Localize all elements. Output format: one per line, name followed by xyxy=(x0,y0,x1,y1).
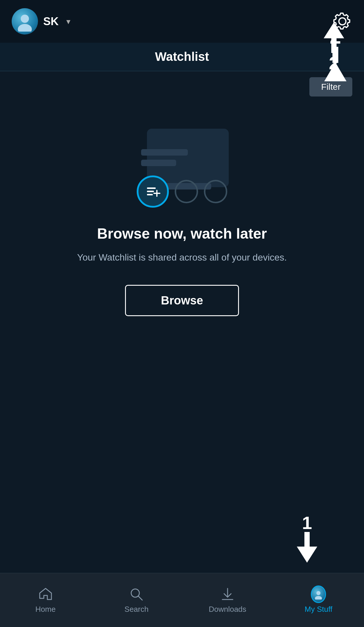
main-content: Browse now, watch later Your Watchlist i… xyxy=(0,102,364,328)
illus-line2 xyxy=(141,160,176,166)
search-label: Search xyxy=(124,605,148,614)
annotation-2-arrow: 2 xyxy=(324,22,344,72)
header-left: SK ▾ xyxy=(12,8,70,35)
home-icon xyxy=(38,587,53,602)
bottom-nav: Home Search Downloads xyxy=(0,573,364,627)
empty-illustration xyxy=(135,126,229,208)
svg-line-8 xyxy=(138,596,142,600)
empty-subtext: Your Watchlist is shared across all of y… xyxy=(77,250,287,264)
dot-circle-1 xyxy=(175,180,198,203)
avatar[interactable] xyxy=(12,8,38,35)
chevron-down-icon[interactable]: ▾ xyxy=(66,17,70,26)
mystuff-icon xyxy=(311,587,326,602)
filter-bar: Filter xyxy=(0,71,364,102)
svg-rect-4 xyxy=(147,194,153,195)
svg-point-0 xyxy=(21,15,29,23)
search-icon xyxy=(129,587,144,602)
nav-item-mystuff[interactable]: My Stuff xyxy=(273,587,364,614)
page-title: Watchlist xyxy=(155,50,209,63)
header: SK ▾ xyxy=(0,0,364,43)
browse-button[interactable]: Browse xyxy=(125,285,239,316)
svg-point-11 xyxy=(316,591,320,595)
downloads-icon xyxy=(220,587,235,602)
home-label: Home xyxy=(35,605,56,614)
svg-rect-3 xyxy=(147,191,154,192)
empty-heading: Browse now, watch later xyxy=(97,225,267,242)
svg-point-1 xyxy=(18,24,32,32)
nav-item-search[interactable]: Search xyxy=(91,587,182,614)
annotation-1: 1 xyxy=(297,514,317,563)
mystuff-label: My Stuff xyxy=(305,605,332,614)
svg-point-12 xyxy=(315,596,322,600)
title-bar: Watchlist xyxy=(0,43,364,71)
svg-rect-2 xyxy=(147,187,156,189)
watchlist-icons xyxy=(135,175,229,208)
dot-circle-2 xyxy=(204,180,227,203)
illus-line1 xyxy=(141,149,188,156)
watchlist-add-icon xyxy=(137,175,169,208)
nav-item-home[interactable]: Home xyxy=(0,587,91,614)
downloads-label: Downloads xyxy=(209,605,246,614)
nav-item-downloads[interactable]: Downloads xyxy=(182,587,273,614)
user-initials[interactable]: SK xyxy=(43,15,59,28)
